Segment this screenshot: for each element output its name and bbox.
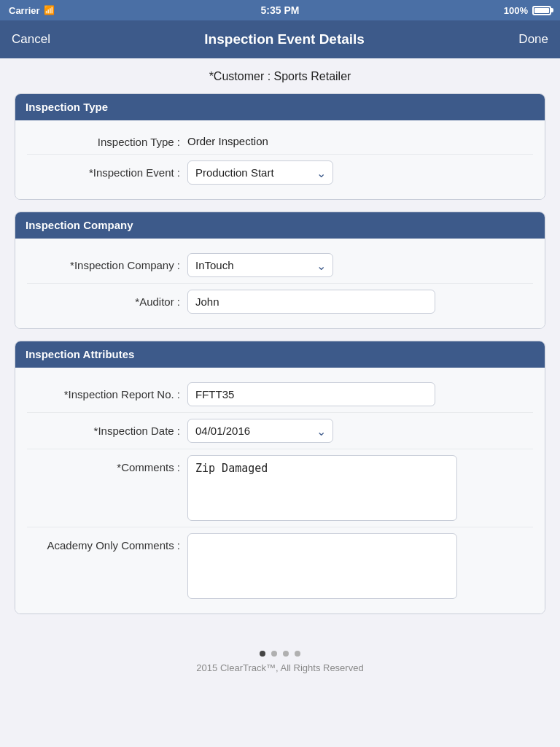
inspection-type-header: Inspection Type [15,94,545,120]
inspection-date-row: *Inspection Date : 04/01/2016 ⌄ [27,413,533,449]
report-no-input[interactable] [187,382,435,406]
academy-comments-label: Academy Only Comments : [27,533,187,551]
battery-icon [532,6,551,15]
pagination-dot-4 [295,651,300,657]
company-control: InTouch Bureau Veritas SGS Intertek ⌄ [187,253,533,277]
inspection-event-control: Production Start Pre-Production Mid-Prod… [187,160,533,185]
main-content: *Customer : Sports Retailer Inspection T… [0,58,560,700]
pagination [15,651,545,657]
status-bar: Carrier 📶 5:35 PM 100% [0,0,560,20]
customer-label: *Customer : Sports Retailer [15,70,545,83]
comments-row: *Comments : Zip Damaged [27,449,533,527]
academy-comments-textarea[interactable] [187,533,457,599]
inspection-date-select-wrap: 04/01/2016 ⌄ [187,419,333,443]
inspection-type-label: Inspection Type : [27,136,187,148]
auditor-input[interactable] [187,290,435,314]
report-no-control [187,382,533,406]
inspection-type-display: Order Inspection [187,135,268,147]
report-no-row: *Inspection Report No. : [27,376,533,413]
done-button[interactable]: Done [518,29,548,50]
inspection-event-select[interactable]: Production Start Pre-Production Mid-Prod… [187,160,333,185]
page-title: Inspection Event Details [204,31,365,47]
inspection-type-value: Order Inspection [187,135,533,148]
company-label: *Inspection Company : [27,259,187,271]
pagination-dot-2 [271,651,277,657]
inspection-type-section: Inspection Type Inspection Type : Order … [15,93,545,200]
report-no-label: *Inspection Report No. : [27,388,187,400]
inspection-attributes-section: Inspection Attributes *Inspection Report… [15,341,545,614]
comments-control: Zip Damaged [187,455,533,521]
company-select[interactable]: InTouch Bureau Veritas SGS Intertek [187,253,333,277]
status-bar-right: 100% [504,5,551,16]
inspection-attributes-header: Inspection Attributes [15,341,545,368]
pagination-dot-3 [283,651,289,657]
inspection-company-title: Inspection Company [26,219,133,231]
battery-percent: 100% [504,5,528,16]
wifi-icon: 📶 [44,5,55,15]
inspection-event-label: *Inspection Event : [27,166,187,179]
inspection-company-header: Inspection Company [15,212,545,239]
status-bar-left: Carrier 📶 [9,5,55,16]
nav-bar: Cancel Inspection Event Details Done [0,20,560,58]
academy-comments-row: Academy Only Comments : [27,527,533,605]
footer-text: 2015 ClearTrack™, All Rights Reserved [196,662,363,673]
inspection-event-select-wrap: Production Start Pre-Production Mid-Prod… [187,160,333,185]
inspection-date-select[interactable]: 04/01/2016 [187,419,333,443]
company-row: *Inspection Company : InTouch Bureau Ver… [27,247,533,284]
comments-label: *Comments : [27,455,187,473]
auditor-row: *Auditor : [27,284,533,320]
cancel-button[interactable]: Cancel [12,29,50,50]
inspection-company-section: Inspection Company *Inspection Company :… [15,212,545,329]
status-time: 5:35 PM [261,4,300,16]
inspection-date-label: *Inspection Date : [27,425,187,437]
footer: 2015 ClearTrack™, All Rights Reserved [15,662,545,688]
inspection-type-body: Inspection Type : Order Inspection *Insp… [15,120,545,199]
inspection-attributes-title: Inspection Attributes [26,348,134,360]
inspection-date-control: 04/01/2016 ⌄ [187,419,533,443]
inspection-type-title: Inspection Type [26,101,108,113]
company-select-wrap: InTouch Bureau Veritas SGS Intertek ⌄ [187,253,333,277]
inspection-company-body: *Inspection Company : InTouch Bureau Ver… [15,239,545,328]
inspection-event-row: *Inspection Event : Production Start Pre… [27,155,533,190]
inspection-type-row: Inspection Type : Order Inspection [27,129,533,155]
inspection-attributes-body: *Inspection Report No. : *Inspection Dat… [15,368,545,614]
auditor-control [187,290,533,314]
pagination-dot-1 [260,651,265,657]
carrier-label: Carrier [9,5,40,16]
auditor-label: *Auditor : [27,295,187,308]
academy-comments-control [187,533,533,599]
comments-textarea[interactable]: Zip Damaged [187,455,457,521]
